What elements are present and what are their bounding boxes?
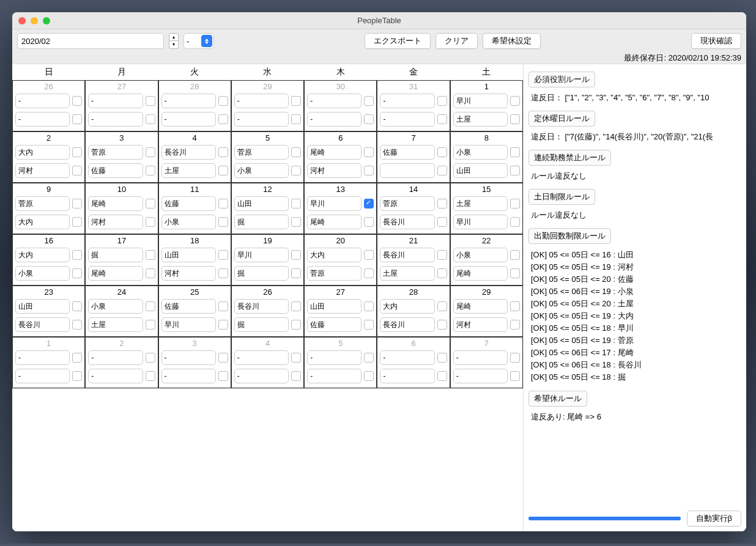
lock-checkbox[interactable]	[291, 320, 301, 330]
person-select[interactable]: -	[15, 369, 70, 383]
person-select[interactable]: 尾崎	[453, 299, 508, 314]
date-stepper[interactable]: ▴ ▾	[169, 33, 179, 49]
person-select[interactable]: 長谷川	[380, 317, 434, 332]
person-select[interactable]: 大内	[15, 215, 70, 229]
lock-checkbox[interactable]	[437, 353, 447, 363]
person-select[interactable]: -	[380, 350, 434, 365]
person-select[interactable]: 山田	[15, 299, 70, 314]
person-select[interactable]: 佐藤	[161, 299, 216, 314]
person-select[interactable]: 佐藤	[88, 163, 143, 178]
stepper-down-icon[interactable]: ▾	[169, 41, 179, 49]
person-select[interactable]: 土屋	[453, 112, 508, 127]
lock-checkbox[interactable]	[510, 371, 520, 381]
lock-checkbox[interactable]	[146, 147, 155, 157]
lock-checkbox[interactable]	[72, 268, 82, 278]
person-select[interactable]: 長谷川	[380, 215, 434, 229]
lock-checkbox[interactable]	[437, 114, 447, 124]
lock-checkbox[interactable]	[218, 199, 228, 208]
lock-checkbox[interactable]	[364, 320, 374, 330]
person-select[interactable]: 小泉	[161, 215, 216, 229]
person-select[interactable]: 小泉	[453, 248, 508, 262]
lock-checkbox[interactable]	[510, 268, 520, 278]
lock-checkbox[interactable]	[510, 147, 520, 157]
person-select[interactable]: 土屋	[380, 266, 434, 281]
person-select[interactable]: 大内	[15, 145, 70, 160]
lock-checkbox[interactable]	[218, 217, 228, 227]
person-select[interactable]: -	[453, 369, 508, 383]
lock-checkbox[interactable]	[510, 217, 520, 227]
date-field[interactable]: 2020/02	[17, 33, 164, 49]
lock-checkbox[interactable]	[510, 96, 520, 106]
person-select[interactable]: 土屋	[161, 163, 216, 178]
person-select[interactable]: 菅原	[380, 196, 434, 211]
person-select[interactable]: 早川	[453, 94, 508, 108]
lock-checkbox[interactable]	[146, 250, 155, 260]
lock-checkbox[interactable]	[510, 114, 520, 124]
person-select[interactable]: 河村	[307, 163, 361, 178]
lock-checkbox[interactable]	[364, 96, 374, 106]
lock-checkbox[interactable]	[291, 250, 301, 260]
person-select[interactable]: -	[161, 350, 216, 365]
lock-checkbox[interactable]	[510, 320, 520, 330]
person-select[interactable]: 河村	[161, 266, 216, 281]
lock-checkbox[interactable]	[364, 268, 374, 278]
person-select[interactable]: -	[307, 94, 361, 108]
lock-checkbox[interactable]	[364, 199, 374, 208]
lock-checkbox[interactable]	[364, 166, 374, 175]
lock-checkbox[interactable]	[218, 353, 228, 363]
person-select[interactable]: -	[380, 94, 434, 108]
lock-checkbox[interactable]	[291, 114, 301, 124]
lock-checkbox[interactable]	[72, 147, 82, 157]
lock-checkbox[interactable]	[218, 268, 228, 278]
person-select[interactable]: 早川	[453, 215, 508, 229]
person-select[interactable]: -	[161, 112, 216, 127]
person-select[interactable]: 早川	[307, 196, 361, 211]
lock-checkbox[interactable]	[72, 114, 82, 124]
person-select[interactable]: 長谷川	[161, 145, 216, 160]
lock-checkbox[interactable]	[72, 371, 82, 381]
person-select[interactable]: 河村	[15, 163, 70, 178]
lock-checkbox[interactable]	[218, 114, 228, 124]
lock-checkbox[interactable]	[364, 301, 374, 311]
lock-checkbox[interactable]	[437, 268, 447, 278]
person-select[interactable]: 大内	[380, 299, 434, 314]
lock-checkbox[interactable]	[291, 96, 301, 106]
person-select[interactable]: -	[88, 94, 143, 108]
lock-checkbox[interactable]	[437, 217, 447, 227]
lock-checkbox[interactable]	[364, 147, 374, 157]
lock-checkbox[interactable]	[218, 96, 228, 106]
person-select[interactable]: 長谷川	[15, 317, 70, 332]
person-select[interactable]: 小泉	[15, 266, 70, 281]
auto-run-button[interactable]: 自動実行β	[687, 511, 741, 526]
lock-checkbox[interactable]	[437, 320, 447, 330]
lock-checkbox[interactable]	[364, 250, 374, 260]
person-select[interactable]: 早川	[234, 248, 289, 262]
person-select[interactable]: -	[234, 94, 289, 108]
person-select[interactable]: -	[380, 112, 434, 127]
person-select[interactable]: -	[161, 94, 216, 108]
person-select[interactable]: 河村	[453, 317, 508, 332]
person-select[interactable]: 土屋	[453, 196, 508, 211]
lock-checkbox[interactable]	[146, 301, 155, 311]
lock-checkbox[interactable]	[72, 320, 82, 330]
person-select[interactable]: -	[161, 369, 216, 383]
lock-checkbox[interactable]	[146, 217, 155, 227]
lock-checkbox[interactable]	[146, 166, 155, 175]
lock-checkbox[interactable]	[437, 199, 447, 208]
person-select[interactable]: 尾崎	[307, 215, 361, 229]
lock-checkbox[interactable]	[146, 320, 155, 330]
lock-checkbox[interactable]	[146, 114, 155, 124]
lock-checkbox[interactable]	[364, 371, 374, 381]
lock-checkbox[interactable]	[72, 353, 82, 363]
person-select[interactable]: -	[307, 350, 361, 365]
lock-checkbox[interactable]	[437, 371, 447, 381]
person-select[interactable]: 山田	[161, 248, 216, 262]
lock-checkbox[interactable]	[437, 250, 447, 260]
lock-checkbox[interactable]	[291, 166, 301, 175]
lock-checkbox[interactable]	[72, 199, 82, 208]
person-select[interactable]: 掘	[234, 266, 289, 281]
person-select[interactable]: -	[234, 369, 289, 383]
person-select[interactable]: -	[15, 94, 70, 108]
person-select[interactable]: -	[88, 369, 143, 383]
lock-checkbox[interactable]	[510, 353, 520, 363]
